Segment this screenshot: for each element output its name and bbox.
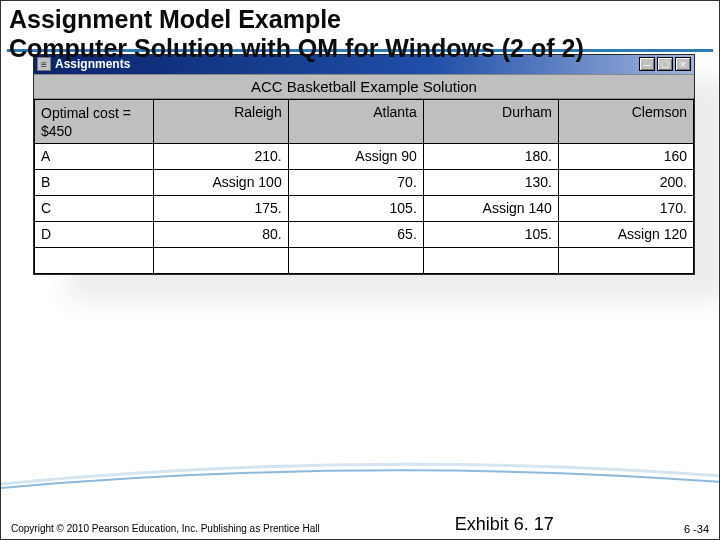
sheet-caption: ACC Basketball Example Solution	[34, 75, 694, 99]
col-header: Durham	[423, 99, 558, 143]
window-title: Assignments	[55, 57, 639, 71]
title-line-1: Assignment Model Example	[9, 5, 341, 33]
cell: Assign 90	[288, 143, 423, 169]
cell: 130.	[423, 169, 558, 195]
slide-footer: Copyright © 2010 Pearson Education, Inc.…	[1, 514, 719, 535]
window-controls: – □ ×	[639, 57, 691, 71]
cell: 160	[558, 143, 693, 169]
cell: 200.	[558, 169, 693, 195]
optimal-cost-label: Optimal cost =	[41, 105, 131, 121]
cell: 210.	[153, 143, 288, 169]
row-label: D	[35, 221, 154, 247]
cell: Assign 120	[558, 221, 693, 247]
exhibit-label: Exhibit 6. 17	[360, 514, 649, 535]
minimize-button[interactable]: –	[639, 57, 655, 71]
row-label: A	[35, 143, 154, 169]
page-number: 6 -34	[649, 523, 709, 535]
cell: 80.	[153, 221, 288, 247]
col-header: Clemson	[558, 99, 693, 143]
decorative-swoosh	[1, 454, 720, 494]
row-label: B	[35, 169, 154, 195]
cell: 170.	[558, 195, 693, 221]
window-titlebar[interactable]: ≡ Assignments – □ ×	[34, 55, 694, 74]
close-button[interactable]: ×	[675, 57, 691, 71]
cell: 105.	[288, 195, 423, 221]
table-row: D 80. 65. 105. Assign 120	[35, 221, 694, 247]
cell: 180.	[423, 143, 558, 169]
table-row-empty	[35, 247, 694, 273]
solution-table: Optimal cost = $450 Raleigh Atlanta Durh…	[34, 99, 694, 274]
col-header: Raleigh	[153, 99, 288, 143]
col-header: Atlanta	[288, 99, 423, 143]
table-header-row: Optimal cost = $450 Raleigh Atlanta Durh…	[35, 99, 694, 143]
cell: Assign 140	[423, 195, 558, 221]
assignments-window: ≡ Assignments – □ × ACC Basketball Examp…	[33, 54, 695, 275]
optimal-cost-value: $450	[41, 123, 72, 139]
maximize-button[interactable]: □	[657, 57, 673, 71]
table-row: B Assign 100 70. 130. 200.	[35, 169, 694, 195]
app-icon: ≡	[37, 57, 51, 71]
optimal-cost-cell: Optimal cost = $450	[35, 99, 154, 143]
table-row: A 210. Assign 90 180. 160	[35, 143, 694, 169]
cell: 105.	[423, 221, 558, 247]
cell: Assign 100	[153, 169, 288, 195]
cell: 65.	[288, 221, 423, 247]
copyright-text: Copyright © 2010 Pearson Education, Inc.…	[11, 523, 320, 535]
row-label: C	[35, 195, 154, 221]
cell: 175.	[153, 195, 288, 221]
cell: 70.	[288, 169, 423, 195]
table-row: C 175. 105. Assign 140 170.	[35, 195, 694, 221]
sheet-area: ACC Basketball Example Solution Optimal …	[34, 74, 694, 274]
